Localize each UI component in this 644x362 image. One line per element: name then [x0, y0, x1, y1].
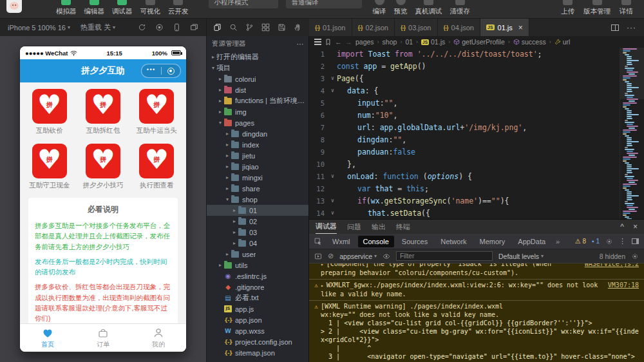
close-tab-icon[interactable]: ×: [518, 24, 523, 32]
capsule-more-button[interactable]: •••: [142, 70, 161, 72]
tree-item-01[interactable]: ▸01: [207, 205, 308, 216]
breadcrumb-item-url[interactable]: url: [554, 38, 571, 46]
device-icon[interactable]: [173, 23, 181, 32]
tree-item-functions-cl...[interactable]: ▸functions | 当前环境: cl...: [207, 95, 308, 106]
tree-item--[interactable]: ▸打开的编辑器: [207, 52, 308, 62]
save-all-icon[interactable]: [278, 23, 286, 32]
debugger-tab-问题[interactable]: 问题: [347, 220, 361, 234]
toolbar-button-debugger[interactable]: 调试器: [109, 0, 136, 16]
explorer-more-icon[interactable]: ⋯: [297, 40, 304, 48]
tree-item-app.js[interactable]: JSapp.js: [207, 303, 308, 314]
tree-item-03[interactable]: ▸03: [207, 227, 308, 238]
phone-tab-home-heart[interactable]: 首页: [20, 324, 75, 352]
console-filter-input[interactable]: [396, 251, 493, 261]
tree-item-mingxi[interactable]: ▸mingxi: [207, 172, 308, 183]
devtools-tab-Network[interactable]: Network: [435, 236, 471, 247]
dock-side-icon[interactable]: [632, 238, 639, 244]
context-selector[interactable]: appservice▾: [339, 252, 377, 260]
fold-chevron-icon[interactable]: ∨: [328, 88, 337, 93]
phone-tab-profile-person[interactable]: 我的: [131, 324, 186, 352]
tree-item-img[interactable]: ▸img: [207, 106, 308, 117]
compile-mode-select[interactable]: 普通编译: [286, 0, 362, 8]
app-grid-item[interactable]: ♥拼互助牛运当头: [130, 89, 184, 135]
tree-item-utils[interactable]: ▸utils: [207, 260, 308, 271]
toolbar-button-compile[interactable]: 编译: [370, 0, 390, 16]
source-control-icon[interactable]: [245, 23, 254, 32]
close-panel-icon[interactable]: ×: [633, 222, 638, 231]
tree-item-colorui[interactable]: ▸colorui: [207, 73, 308, 84]
breadcrumb-item-01.js[interactable]: JS01.js: [421, 38, 445, 46]
toolbar-button-editor[interactable]: 编辑器: [81, 0, 108, 16]
editor-tab-01.json[interactable]: {-}01.json: [309, 19, 352, 36]
breadcrumb-item-shop[interactable]: shop: [383, 38, 397, 46]
toolbar-button-simulator[interactable]: 模拟器: [53, 0, 80, 16]
toolbar-button-clear-cache[interactable]: 清缓存: [447, 0, 474, 16]
user-avatar[interactable]: [6, 0, 22, 13]
toolbar-button-upload[interactable]: 上传: [558, 0, 578, 16]
devtools-tab-Sources[interactable]: Sources: [397, 236, 433, 247]
tree-item-sitemap.json[interactable]: {-}sitemap.json: [207, 347, 308, 358]
kebab-menu-icon[interactable]: ⋮: [619, 237, 626, 245]
search-icon[interactable]: [229, 23, 238, 32]
toolbar-button-cloud-dev[interactable]: 云开发: [165, 0, 192, 16]
editor-tab-01.js[interactable]: JS01.js×: [480, 19, 529, 36]
breadcrumb-item-pages[interactable]: pages: [355, 38, 374, 46]
app-grid-item[interactable]: ♥拼互助砍价: [23, 89, 76, 135]
tree-item-shop[interactable]: ▾shop: [207, 194, 308, 205]
editor-tab-04.json[interactable]: {-}04.json: [438, 19, 481, 36]
inspect-element-icon[interactable]: [314, 238, 322, 245]
tree-item-jietu[interactable]: ▸jietu: [207, 150, 308, 161]
eye-icon[interactable]: [383, 252, 390, 260]
clear-console-icon[interactable]: ⊘: [328, 252, 334, 260]
devtools-tab-Memory[interactable]: Memory: [475, 236, 511, 247]
toolbar-button-preview[interactable]: 预览: [391, 0, 411, 16]
debugger-tab-调试器[interactable]: 调试器: [316, 220, 337, 234]
bookmark-icon[interactable]: [325, 39, 332, 46]
tree-item-.gitignore[interactable]: ◆.gitignore: [207, 281, 308, 292]
gear-icon[interactable]: [631, 252, 639, 260]
debugger-tab-输出[interactable]: 输出: [372, 220, 386, 234]
tree-item-jiqiao[interactable]: ▸jiqiao: [207, 161, 308, 172]
tree-item-app.json[interactable]: {-}app.json: [207, 314, 308, 325]
fold-chevron-icon[interactable]: ∨: [328, 173, 337, 179]
tree-item-share[interactable]: ▸share: [207, 183, 308, 194]
more-actions-icon[interactable]: ···: [627, 23, 636, 32]
tree-item-user[interactable]: ▸user: [207, 249, 308, 260]
tree-item-04[interactable]: ▸04: [207, 238, 308, 249]
debugger-tab-终端[interactable]: 终端: [396, 220, 410, 234]
fold-chevron-icon[interactable]: ∨: [328, 210, 337, 216]
tree-item-.eslintrc.js[interactable]: ◉.eslintrc.js: [207, 271, 308, 281]
info-badge[interactable]: ▪ 1: [592, 238, 600, 245]
tree-item-pages[interactable]: ▾pages: [207, 117, 308, 128]
refresh-icon[interactable]: [138, 23, 146, 32]
app-grid-item[interactable]: ♥拼互助守卫现金: [23, 144, 76, 190]
tree-item-app.wxss[interactable]: Wapp.wxss: [207, 325, 308, 336]
fold-chevron-icon[interactable]: ∨: [328, 198, 337, 204]
phone-tab-orders-bag[interactable]: 订单: [75, 324, 131, 352]
tree-item-dist[interactable]: ▸dist: [207, 84, 308, 95]
tree-item--[interactable]: ▾项目: [207, 62, 308, 73]
split-icon[interactable]: [261, 23, 270, 32]
tree-item-project.config.json[interactable]: {-}project.config.json: [207, 336, 308, 347]
toolbar-button-remote-debug[interactable]: 真机调试: [412, 0, 446, 16]
hot-reload-toggle[interactable]: 热重载 关▾: [80, 23, 115, 32]
collapse-panel-icon[interactable]: ^: [620, 222, 624, 231]
settings-gear-icon[interactable]: [605, 238, 613, 245]
console-source-link[interactable]: VM307:18: [608, 281, 639, 289]
app-grid-item[interactable]: ♥拼拼夕夕小技巧: [76, 144, 129, 190]
hand-icon[interactable]: [294, 23, 302, 32]
editor-tab-02.json[interactable]: {-}02.json: [352, 19, 395, 36]
mode-select[interactable]: 小程序模式: [209, 0, 278, 8]
app-grid-item[interactable]: ♥拼执行图查看: [130, 144, 184, 190]
toolbar-button-version-control[interactable]: 版本管理: [580, 0, 614, 16]
tree-item-02[interactable]: ▸02: [207, 216, 308, 227]
log-levels-selector[interactable]: Default levels▾: [498, 252, 544, 260]
split-editor-icon[interactable]: [611, 24, 619, 31]
breadcrumb-item-01[interactable]: 01: [405, 38, 413, 46]
devtools-tab-Console[interactable]: Console: [358, 236, 394, 247]
stop-icon[interactable]: [155, 23, 164, 32]
breadcrumb-item-success[interactable]: success: [513, 38, 546, 46]
console-source-link[interactable]: WAService.js:2: [585, 263, 639, 268]
fold-chevron-icon[interactable]: ∨: [328, 75, 337, 81]
tree-item-index[interactable]: ▸index: [207, 139, 308, 150]
